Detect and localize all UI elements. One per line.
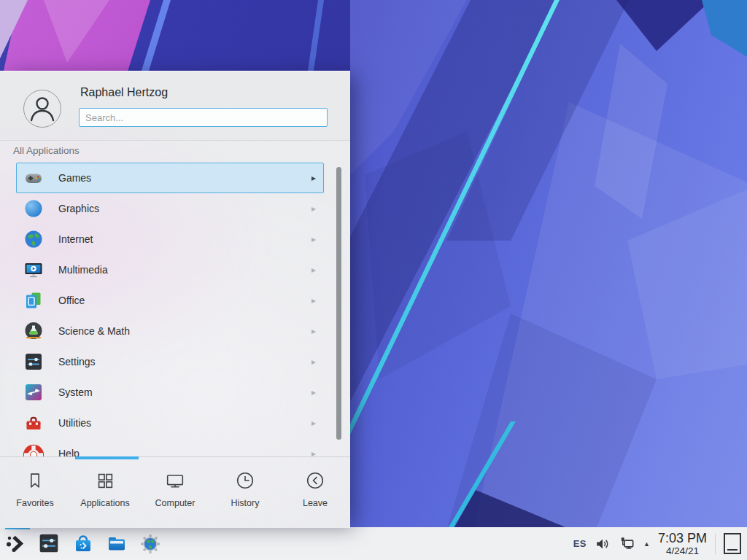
network-icon[interactable] (619, 535, 635, 552)
scrollbar-thumb[interactable] (336, 167, 341, 440)
submenu-arrow-icon: ▸ (311, 203, 316, 214)
leave-icon (304, 470, 326, 491)
category-utilities[interactable]: Utilities ▸ (16, 408, 324, 438)
tab-history[interactable]: History (210, 457, 280, 528)
submenu-arrow-icon: ▸ (311, 234, 316, 244)
category-label: System (58, 386, 93, 398)
settings-icon (23, 351, 44, 372)
application-launcher-menu: Raphael Hertzog All Applications Games ▸ (0, 71, 350, 528)
submenu-arrow-icon: ▸ (311, 295, 316, 306)
favorites-icon (24, 470, 46, 491)
tab-computer[interactable]: Computer (140, 457, 210, 528)
submenu-arrow-icon: ▸ (311, 326, 316, 336)
taskbar: ES ▲ 7:03 PM 4/24/21 (0, 527, 747, 560)
clock-time: 7:03 PM (658, 532, 707, 545)
tab-label: Computer (155, 498, 196, 508)
user-avatar[interactable] (23, 90, 61, 128)
discover-icon (71, 532, 95, 556)
category-label: Science & Math (58, 325, 130, 337)
category-science-math[interactable]: Science & Math ▸ (16, 316, 324, 346)
kickoff-icon (4, 532, 28, 556)
menu-tab-bar: Favorites Applications (0, 456, 350, 528)
desktop: Raphael Hertzog All Applications Games ▸ (0, 0, 747, 560)
computer-icon (164, 470, 186, 491)
system-settings-launcher[interactable] (38, 532, 61, 556)
history-icon (234, 470, 256, 491)
graphics-icon (23, 198, 44, 219)
category-label: Internet (58, 233, 93, 245)
tab-label: History (231, 498, 260, 508)
tab-label: Favorites (16, 498, 53, 508)
office-icon (23, 290, 44, 311)
system-icon (23, 382, 44, 402)
volume-icon[interactable] (595, 536, 611, 552)
clock-date: 4/24/21 (666, 546, 699, 556)
category-system[interactable]: System ▸ (16, 377, 324, 408)
tab-label: Leave (303, 498, 328, 508)
submenu-arrow-icon: ▸ (311, 265, 316, 275)
taskbar-launchers (0, 527, 162, 560)
category-label: Office (58, 295, 85, 306)
system-settings-icon (38, 532, 60, 554)
application-launcher-button[interactable] (4, 532, 28, 556)
internet-icon (23, 229, 44, 249)
help-icon (23, 443, 44, 457)
category-label: Utilities (58, 417, 91, 429)
web-browser-launcher[interactable] (139, 532, 162, 556)
submenu-arrow-icon: ▸ (311, 418, 316, 428)
tab-leave[interactable]: Leave (280, 457, 350, 528)
active-tab-indicator (75, 456, 139, 459)
submenu-arrow-icon: ▸ (311, 387, 316, 397)
globe-gear-icon (139, 532, 162, 556)
tab-applications[interactable]: Applications (70, 457, 140, 528)
user-icon (24, 90, 61, 127)
category-label: Graphics (58, 203, 99, 214)
category-label: Multimedia (58, 264, 108, 276)
applications-icon (94, 470, 116, 491)
user-name: Raphael Hertzog (80, 86, 168, 99)
category-multimedia[interactable]: Multimedia ▸ (16, 254, 324, 285)
keyboard-layout-indicator[interactable]: ES (573, 538, 587, 549)
section-label: All Applications (13, 145, 80, 156)
system-tray: ES ▲ 7:03 PM 4/24/21 (573, 527, 747, 560)
submenu-arrow-icon: ▸ (311, 173, 316, 183)
tab-label: Applications (80, 498, 129, 508)
category-label: Settings (58, 356, 96, 368)
submenu-arrow-icon: ▸ (311, 357, 316, 367)
tray-separator (715, 534, 716, 554)
category-games[interactable]: Games ▸ (16, 163, 324, 193)
show-desktop-widget[interactable] (724, 533, 741, 554)
search-input[interactable] (79, 108, 328, 127)
category-graphics[interactable]: Graphics ▸ (16, 193, 324, 224)
discover-launcher[interactable] (71, 532, 95, 556)
tab-favorites[interactable]: Favorites (0, 457, 70, 528)
menu-header: Raphael Hertzog (0, 71, 350, 141)
utilities-icon (23, 413, 44, 433)
category-settings[interactable]: Settings ▸ (16, 346, 324, 377)
science-icon (23, 321, 44, 341)
category-internet[interactable]: Internet ▸ (16, 224, 324, 254)
folder-icon (105, 532, 128, 556)
category-help[interactable]: Help ▸ (16, 438, 324, 457)
multimedia-icon (23, 260, 44, 280)
digital-clock[interactable]: 7:03 PM 4/24/21 (658, 532, 707, 556)
category-list: Games ▸ Graphics ▸ Internet (0, 163, 350, 457)
category-label: Games (58, 172, 91, 184)
category-office[interactable]: Office ▸ (16, 285, 324, 316)
file-manager-launcher[interactable] (105, 532, 128, 556)
expand-tray-icon[interactable]: ▲ (643, 540, 650, 548)
games-icon (23, 168, 44, 188)
